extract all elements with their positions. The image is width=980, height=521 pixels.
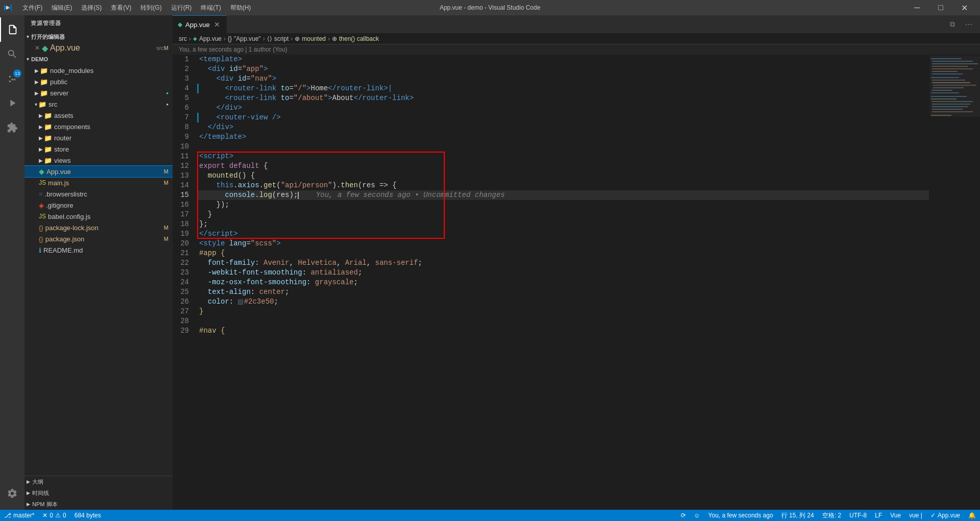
git-sync-item[interactable]: ⟳ (677, 510, 690, 521)
code-line-4[interactable]: <router-link to="/">Home</router-link>| (197, 84, 929, 93)
minimize-button[interactable]: ─ (905, 0, 929, 15)
editor-content[interactable]: 1 2 3 4 5 6 7 8 9 10 11 12 13 14 15 16 1… (173, 55, 980, 510)
code-line-16[interactable]: }); (197, 200, 929, 210)
file-readme[interactable]: ℹ README.md (25, 244, 173, 256)
activity-explorer[interactable] (0, 17, 25, 42)
code-line-25[interactable]: text-align: center; (197, 287, 929, 297)
code-line-26[interactable]: color: #2c3e50; (197, 297, 929, 307)
code-line-2[interactable]: <div id="app"> (197, 64, 929, 74)
code-line-3[interactable]: <div id="nav"> (197, 74, 929, 84)
tab-close-button[interactable]: ✕ (213, 20, 221, 29)
more-actions-icon[interactable]: ⋯ (962, 17, 976, 32)
menu-select[interactable]: 选择(S) (77, 3, 106, 13)
file-babel[interactable]: JS babel.config.js (25, 211, 173, 222)
indent-item[interactable]: vue | (905, 510, 926, 521)
notifications-item[interactable]: 🔔 (964, 510, 980, 521)
title-bar-controls[interactable]: ─ □ ✕ (905, 0, 976, 15)
breadcrumb-script[interactable]: script (274, 35, 289, 42)
folder-public[interactable]: ▶ 📁 public (25, 76, 173, 87)
breadcrumb-then[interactable]: then() callback (339, 35, 379, 42)
code-line-23[interactable]: -webkit-font-smoothing: antialiased; (197, 268, 929, 278)
errors-item[interactable]: ✕ 0 ⚠ 0 (38, 510, 70, 521)
activity-extensions[interactable] (0, 115, 25, 140)
menu-goto[interactable]: 转到(G) (136, 3, 165, 13)
file-mainjs[interactable]: JS main.js M (25, 177, 173, 188)
code-line-5[interactable]: <router-link to="/about">About</router-l… (197, 93, 929, 103)
code-line-1[interactable]: <template> (197, 55, 929, 64)
encoding-item[interactable]: UTF-8 (845, 510, 871, 521)
status-feedback[interactable]: ☺ (690, 510, 704, 521)
code-line-11[interactable]: <script> (197, 152, 929, 161)
code-line-13[interactable]: mounted() { (197, 171, 929, 181)
title-bar-menu[interactable]: 文件(F) 编辑(E) 选择(S) 查看(V) 转到(G) 运行(R) 终端(T… (18, 3, 255, 13)
position-item[interactable]: 行 15, 列 24 (777, 510, 818, 521)
code-line-12[interactable]: export default { (197, 161, 929, 171)
file-appvue[interactable]: ◆ App.vue M (25, 166, 173, 177)
code-line-24[interactable]: -moz-osx-font-smoothing: grayscale; (197, 278, 929, 287)
menu-terminal[interactable]: 终端(T) (197, 3, 225, 13)
file-size-item[interactable]: 684 bytes (70, 510, 105, 521)
split-editor-icon[interactable]: ⧉ (945, 17, 960, 32)
tab-appvue[interactable]: ◆ App.vue ✕ (173, 15, 227, 33)
breadcrumb-src[interactable]: src (179, 35, 187, 42)
code-line-19[interactable]: </script> (197, 229, 929, 239)
code-area[interactable]: <template> <div id="app"> <div id="nav">… (197, 55, 929, 510)
maximize-button[interactable]: □ (929, 0, 952, 15)
folder-views[interactable]: ▶ 📁 views (25, 155, 173, 166)
close-editor-icon[interactable]: ✕ (35, 44, 40, 52)
file-gitignore[interactable]: ◈ .gitignore (25, 200, 173, 211)
code-line-17[interactable]: } (197, 210, 929, 219)
folder-store[interactable]: ▶ 📁 store (25, 143, 173, 155)
timeline-section[interactable]: ▶ 时间线 (25, 487, 173, 499)
menu-view[interactable]: 查看(V) (107, 3, 135, 13)
code-line-22[interactable]: font-family: Avenir, Helvetica, Arial, s… (197, 258, 929, 268)
folder-components[interactable]: ▶ 📁 components (25, 121, 173, 132)
activity-search[interactable] (0, 42, 25, 66)
close-button[interactable]: ✕ (952, 0, 976, 15)
open-editors-header[interactable]: ▾ 打开的编辑器 (25, 31, 173, 42)
code-line-20[interactable]: <style lang="scss"> (197, 239, 929, 249)
file-browserslistrc[interactable]: ≡ .browserslistrc (25, 188, 173, 200)
check-item[interactable]: ✓ App.vue (926, 510, 964, 521)
code-line-18[interactable]: }; (197, 219, 929, 229)
language-item[interactable]: Vue (886, 510, 905, 521)
blame-status[interactable]: You, a few seconds ago (704, 510, 777, 521)
line-ending-item[interactable]: LF (871, 510, 886, 521)
code-line-15[interactable]: console.log(res); You, a few seconds ago… (197, 190, 929, 200)
code-line-6[interactable]: </div> (197, 103, 929, 113)
open-editor-appvue[interactable]: ✕ ◆ App.vue src M (25, 42, 173, 54)
folder-node-modules[interactable]: ▶ 📁 node_modules (25, 65, 173, 76)
code-line-21[interactable]: #app { (197, 249, 929, 258)
activity-settings[interactable] (0, 481, 25, 506)
breadcrumb-mounted[interactable]: mounted (302, 35, 326, 42)
menu-edit[interactable]: 编辑(E) (47, 3, 76, 13)
code-line-9[interactable]: </template> (197, 132, 929, 142)
file-package-lock[interactable]: {} package-lock.json M (25, 222, 173, 233)
breadcrumb-file[interactable]: App.vue (199, 35, 222, 42)
code-line-8[interactable]: </div> (197, 122, 929, 132)
file-package[interactable]: {} package.json M (25, 233, 173, 244)
menu-run[interactable]: 运行(R) (167, 3, 196, 13)
breadcrumb-appvue[interactable]: "App.vue" (234, 35, 261, 42)
menu-file[interactable]: 文件(F) (18, 3, 46, 13)
code-line-10[interactable] (197, 142, 929, 152)
npm-section[interactable]: ▶ NPM 脚本 (25, 499, 173, 510)
code-line-29[interactable]: #nav { (197, 326, 929, 336)
code-line-7[interactable]: <router-view /> (197, 113, 929, 122)
spaces-item[interactable]: 空格: 2 (818, 510, 845, 521)
code-line-14[interactable]: this.axios.get("api/person").then(res =>… (197, 181, 929, 190)
folder-assets[interactable]: ▶ 📁 assets (25, 110, 173, 121)
demo-project-header[interactable]: ▾ DEMO (25, 54, 173, 65)
git-branch-item[interactable]: ⎇ master* (0, 510, 38, 521)
folder-src[interactable]: ▾ 📁 src ● (25, 98, 173, 110)
token: > (306, 84, 310, 93)
menu-help[interactable]: 帮助(H) (226, 3, 255, 13)
code-line-28[interactable] (197, 316, 929, 326)
outline-section[interactable]: ▶ 大纲 (25, 476, 173, 487)
folder-server[interactable]: ▶ 📁 server ● (25, 87, 173, 98)
activity-source-control[interactable]: 13 (0, 66, 25, 91)
code-line-27[interactable]: } (197, 307, 929, 316)
folder-router[interactable]: ▶ 📁 router (25, 132, 173, 143)
feedback-icon: ☺ (694, 512, 700, 519)
activity-run[interactable] (0, 91, 25, 115)
